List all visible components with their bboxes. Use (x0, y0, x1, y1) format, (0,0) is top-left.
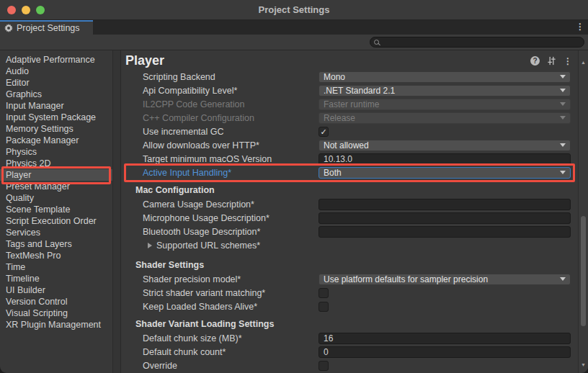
sidebar-item-script-execution-order[interactable]: Script Execution Order (0, 215, 112, 227)
sidebar-item-label: Script Execution Order (6, 216, 97, 226)
setting-label: Default chunk size (MB)* (121, 333, 318, 343)
sidebar-item-editor[interactable]: Editor (0, 77, 112, 89)
sidebar-item-version-control[interactable]: Version Control (0, 296, 112, 307)
dropdown[interactable]: Mono (318, 71, 571, 83)
setting-control (318, 199, 571, 210)
sidebar-item-preset-manager[interactable]: Preset Manager (0, 181, 112, 192)
sidebar-item-label: Services (6, 228, 40, 238)
text-field[interactable]: 16 (318, 333, 571, 344)
setting-row: Api Compatibility Level* .NET Standard 2… (121, 84, 578, 97)
dropdown-value: Mono (324, 72, 345, 82)
sidebar-item-input-system-package[interactable]: Input System Package (0, 112, 112, 123)
setting-control (318, 288, 571, 298)
checkbox[interactable]: ✓ (318, 127, 329, 137)
scroll-up-arrow-icon[interactable]: ▲ (579, 60, 588, 66)
checkbox[interactable] (318, 361, 329, 371)
setting-control: Use platform defaults for sampler precis… (318, 274, 571, 285)
setting-row: Bluetooth Usage Description* (121, 225, 578, 238)
sidebar-item-input-manager[interactable]: Input Manager (0, 100, 112, 112)
tabstrip-menu-kebab-icon[interactable]: ⋮ (576, 22, 584, 31)
minimize-button[interactable] (22, 6, 30, 14)
sidebar-item-player[interactable]: Player (0, 169, 112, 181)
sidebar-item-memory-settings[interactable]: Memory Settings (0, 123, 112, 135)
sidebar-item-textmesh-pro[interactable]: TextMesh Pro (0, 250, 112, 261)
setting-control: ✓ (318, 127, 571, 137)
dropdown-value: Not allowed (324, 140, 369, 150)
setting-label: Default chunk count* (121, 347, 318, 357)
sidebar-item-xr-plugin-management[interactable]: XR Plugin Management (0, 319, 112, 331)
setting-control: 10.13.0 (318, 153, 571, 165)
dropdown[interactable]: Use platform defaults for sampler precis… (318, 274, 571, 285)
sidebar-item-label: Quality (6, 193, 34, 203)
section-header: Mac Configuration (121, 184, 578, 197)
toolbar (0, 35, 588, 50)
setting-row: Target minimum macOS Version 10.13.0 (121, 152, 578, 166)
zoom-button[interactable] (36, 6, 45, 14)
tab-project-settings[interactable]: Project Settings (0, 20, 93, 35)
search-input[interactable] (382, 37, 584, 47)
sidebar-item-label: Package Manager (6, 135, 79, 145)
checkbox[interactable] (318, 288, 329, 298)
sidebar-item-tags-and-layers[interactable]: Tags and Layers (0, 238, 112, 250)
setting-control: 0 (318, 346, 571, 358)
text-field[interactable]: 10.13.0 (318, 153, 571, 165)
setting-row: Default chunk count* 0 (121, 345, 578, 359)
sidebar-item-label: Graphics (6, 89, 42, 99)
close-button[interactable] (7, 6, 16, 14)
checkbox[interactable] (318, 302, 329, 312)
help-icon[interactable]: ? (530, 56, 540, 66)
setting-row: Scripting Backend Mono (121, 70, 578, 84)
settings-sidebar: Adaptive PerformanceAudioEditorGraphicsI… (0, 50, 113, 373)
setting-row: Active Input Handling* Both (121, 166, 578, 179)
sidebar-item-graphics[interactable]: Graphics (0, 89, 112, 100)
sidebar-item-visual-scripting[interactable]: Visual Scripting (0, 307, 112, 319)
foldout-row[interactable]: Supported URL schemes* (121, 238, 578, 252)
content-menu-kebab-icon[interactable]: ⋮ (564, 57, 572, 66)
sidebar-item-physics[interactable]: Physics (0, 146, 112, 158)
sidebar-item-package-manager[interactable]: Package Manager (0, 135, 112, 146)
sidebar-item-label: Input Manager (6, 101, 64, 111)
scrollbar-thumb[interactable] (581, 216, 586, 326)
text-field[interactable] (318, 199, 571, 210)
sidebar-splitter[interactable] (113, 50, 121, 373)
setting-control: Release (318, 112, 571, 124)
sidebar-item-physics-2d[interactable]: Physics 2D (0, 158, 112, 169)
sidebar-item-label: Tags and Layers (6, 239, 72, 249)
setting-control: 16 (318, 333, 571, 344)
dropdown[interactable]: Both (318, 167, 571, 179)
sidebar-item-timeline[interactable]: Timeline (0, 273, 112, 284)
sidebar-item-audio[interactable]: Audio (0, 66, 112, 77)
dropdown[interactable]: Faster runtime (318, 99, 571, 110)
setting-label: C++ Compiler Configuration (121, 113, 318, 123)
text-field-value: 10.13.0 (324, 154, 352, 164)
sidebar-item-adaptive-performance[interactable]: Adaptive Performance (0, 54, 112, 66)
text-field[interactable] (318, 226, 571, 238)
setting-row: Shader precision model* Use platform def… (121, 272, 578, 286)
dropdown[interactable]: Not allowed (318, 140, 571, 151)
text-field-value: 16 (324, 333, 333, 343)
search-box[interactable] (370, 37, 584, 48)
sidebar-item-time[interactable]: Time (0, 261, 112, 273)
sidebar-item-ui-builder[interactable]: UI Builder (0, 284, 112, 296)
foldout-label: Supported URL schemes* (156, 241, 260, 251)
setting-control (318, 361, 571, 371)
sidebar-item-quality[interactable]: Quality (0, 192, 112, 204)
settings-content: Player ? ⋮ Scripting Backend Mono Api Co… (121, 50, 578, 373)
text-field[interactable] (318, 212, 571, 224)
sidebar-item-services[interactable]: Services (0, 227, 112, 238)
setting-label: Microphone Usage Description* (121, 213, 318, 223)
sidebar-item-scene-template[interactable]: Scene Template (0, 204, 112, 215)
vertical-scrollbar[interactable]: ▲ ▼ (578, 50, 588, 373)
sidebar-item-label: Scene Template (6, 205, 70, 215)
presets-icon[interactable] (547, 56, 556, 66)
setting-control: Faster runtime (318, 99, 571, 110)
setting-row: Keep Loaded Shaders Alive* (121, 300, 578, 313)
content-header: Player ? ⋮ (121, 50, 578, 70)
titlebar: Project Settings (0, 0, 588, 20)
dropdown[interactable]: Release (318, 112, 571, 124)
text-field[interactable]: 0 (318, 346, 571, 358)
setting-row: Override (121, 359, 578, 372)
sidebar-item-label: Visual Scripting (6, 308, 68, 318)
dropdown[interactable]: .NET Standard 2.1 (318, 85, 571, 96)
scroll-down-arrow-icon[interactable]: ▼ (579, 362, 588, 368)
